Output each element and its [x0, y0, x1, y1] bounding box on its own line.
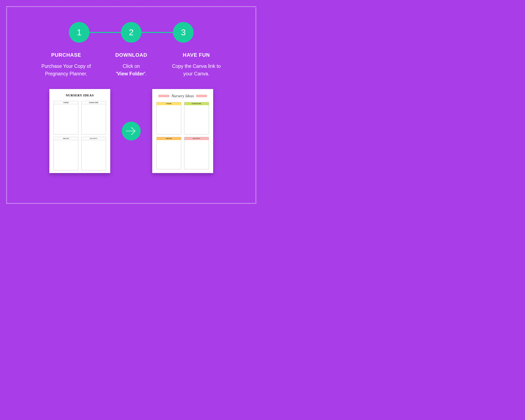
step-1-title: PURCHASE	[39, 52, 94, 58]
step-2-title: DOWNLOAD	[104, 52, 159, 58]
step-3-title: HAVE FUN	[169, 52, 224, 58]
step-2-circle: 2	[121, 22, 141, 43]
stepper: 1 2 3	[13, 22, 250, 43]
color-cell-theme: THEME	[156, 102, 181, 134]
color-head-theme: THEME	[157, 102, 181, 105]
step-3-column: HAVE FUN Copy the Canva link to your Can…	[169, 52, 224, 77]
svg-point-2	[129, 131, 130, 131]
svg-point-13	[132, 133, 133, 134]
color-cell-furniture: FURNITURE	[184, 102, 209, 134]
plain-head-theme: THEME	[54, 101, 78, 104]
color-grid: THEME FURNITURE DECOR ACTIVITY	[156, 102, 209, 169]
color-head-decor: DECOR	[157, 137, 181, 140]
plain-cell-furniture: FURNITURE	[81, 101, 106, 134]
step-1-desc: Purchase Your Copy of Pregnancy Planner.	[39, 63, 94, 77]
svg-point-9	[133, 129, 134, 130]
color-title-row: Nursery Ideas	[156, 94, 209, 98]
step-2-desc-bold: 'View Folder'	[116, 71, 145, 76]
arrow-right-icon	[125, 125, 137, 137]
svg-point-7	[131, 127, 132, 128]
step-1-column: PURCHASE Purchase Your Copy of Pregnancy…	[39, 52, 94, 77]
connector-2	[141, 32, 173, 33]
plain-grid: THEME FURNITURE DECOR ACTIVITY	[54, 101, 106, 170]
step-3-desc: Copy the Canva link to your Canva.	[169, 63, 224, 77]
preview-page-plain: NURSERY IDEAS THEME FURNITURE DECOR ACTI…	[49, 89, 110, 173]
svg-point-11	[135, 131, 135, 131]
step-2-desc: Click on 'View Folder'.	[104, 63, 159, 77]
svg-point-1	[127, 131, 128, 131]
svg-point-3	[130, 131, 131, 131]
svg-point-14	[133, 132, 134, 133]
plain-title: NURSERY IDEAS	[54, 94, 106, 97]
svg-point-15	[134, 131, 135, 132]
step-2-desc-post: .	[145, 71, 147, 76]
connector-1	[89, 32, 121, 33]
svg-point-5	[132, 131, 133, 131]
title-bar-right	[196, 95, 207, 97]
content: 1 2 3 PURCHASE Purchase Your Copy of Pre…	[0, 0, 262, 210]
color-cell-activity: ACTIVITY	[184, 137, 209, 169]
svg-point-8	[132, 128, 133, 129]
step-2-desc-pre: Click on	[123, 63, 140, 69]
color-title: Nursery Ideas	[171, 94, 194, 98]
step-labels: PURCHASE Purchase Your Copy of Pregnancy…	[13, 52, 250, 77]
plain-cell-decor: DECOR	[54, 137, 78, 170]
step-2-column: DOWNLOAD Click on 'View Folder'.	[104, 52, 159, 77]
plain-head-decor: DECOR	[54, 137, 78, 140]
svg-point-10	[134, 130, 135, 131]
previews-row: NURSERY IDEAS THEME FURNITURE DECOR ACTI…	[13, 89, 250, 173]
plain-cell-activity: ACTIVITY	[81, 137, 106, 170]
plain-head-activity: ACTIVITY	[82, 137, 106, 140]
arrow-circle	[122, 121, 141, 140]
color-head-activity: ACTIVITY	[184, 137, 209, 140]
step-3-circle: 3	[173, 22, 194, 43]
plain-cell-theme: THEME	[54, 101, 78, 134]
svg-point-12	[131, 134, 132, 135]
title-bar-left	[158, 95, 169, 97]
svg-point-4	[131, 131, 132, 131]
color-cell-decor: DECOR	[156, 137, 181, 169]
preview-page-color: Nursery Ideas THEME FURNITURE DECOR ACTI…	[152, 89, 213, 173]
svg-point-6	[134, 131, 135, 131]
svg-point-0	[126, 131, 127, 131]
plain-head-furniture: FURNITURE	[82, 101, 106, 104]
color-head-furniture: FURNITURE	[184, 102, 209, 105]
step-1-circle: 1	[69, 22, 89, 43]
